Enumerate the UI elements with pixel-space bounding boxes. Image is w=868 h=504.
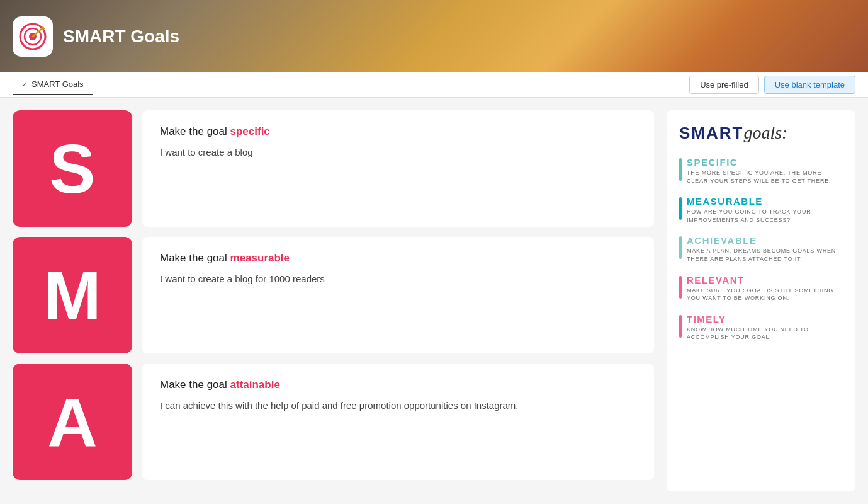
sidebar-bar <box>679 158 682 181</box>
sidebar-bar <box>679 236 682 259</box>
goal-row: SMake the goal specificI want to create … <box>13 110 654 227</box>
header: SMART Goals <box>0 0 868 72</box>
sidebar: SMART goals: SPECIFICTHE MORE SPECIFIC Y… <box>667 110 855 491</box>
sidebar-title-block: SMART goals: <box>679 123 843 143</box>
sidebar-item-timely: TIMELYKNOW HOW MUCH TIME YOU NEED TO ACC… <box>679 311 843 344</box>
tab-smart-goals[interactable]: ✓ SMART Goals <box>13 74 93 95</box>
header-title: SMART Goals <box>63 26 179 47</box>
app-logo <box>13 16 53 57</box>
goal-keyword: attainable <box>230 379 280 391</box>
sidebar-item-content: RELEVANTMAKE SURE YOUR GOAL IS STILL SOM… <box>687 275 843 302</box>
logo-icon <box>19 23 47 50</box>
goal-card-0: Make the goal specificI want to create a… <box>142 110 654 227</box>
pre-filled-button[interactable]: Use pre-filled <box>689 76 759 94</box>
sidebar-bar <box>679 197 682 220</box>
letter-tile-a: A <box>13 364 132 480</box>
goal-card-body: I want to create a blog for 1000 readers <box>160 272 636 287</box>
sidebar-bar <box>679 315 682 338</box>
sidebar-item-achievable: ACHIEVABLEMAKE A PLAN. DREAMS BECOME GOA… <box>679 232 843 265</box>
sidebar-item-title: RELEVANT <box>687 275 843 285</box>
goal-card-title: Make the goal measurable <box>160 252 636 265</box>
sidebar-smart-text: SMART <box>679 123 743 143</box>
goal-card-title: Make the goal attainable <box>160 379 636 391</box>
sidebar-bar <box>679 276 682 299</box>
main-content: SMake the goal specificI want to create … <box>0 98 868 504</box>
goal-row: AMake the goal attainableI can achieve t… <box>13 364 654 480</box>
goals-section: SMake the goal specificI want to create … <box>13 110 654 491</box>
sidebar-item-title: ACHIEVABLE <box>687 235 843 246</box>
tab-check-icon: ✓ <box>21 80 28 89</box>
sidebar-item-content: MEASURABLEHOW ARE YOU GOING TO TRACK YOU… <box>687 196 843 224</box>
sidebar-item-desc: HOW ARE YOU GOING TO TRACK YOUR IMPROVEM… <box>687 208 843 224</box>
goal-keyword: specific <box>230 125 270 137</box>
letter-tile-s: S <box>13 110 132 227</box>
sidebar-item-relevant: RELEVANTMAKE SURE YOUR GOAL IS STILL SOM… <box>679 272 843 305</box>
sidebar-item-measurable: MEASURABLEHOW ARE YOU GOING TO TRACK YOU… <box>679 193 843 226</box>
goal-card-2: Make the goal attainableI can achieve th… <box>142 364 654 480</box>
letter-tile-m: M <box>13 237 132 353</box>
tab-buttons: Use pre-filled Use blank template <box>689 76 855 94</box>
sidebar-item-title: SPECIFIC <box>687 157 843 168</box>
letter-s: S <box>49 134 95 203</box>
goal-card-1: Make the goal measurableI want to create… <box>142 237 654 353</box>
sidebar-item-desc: THE MORE SPECIFIC YOU ARE, THE MORE CLEA… <box>687 169 843 185</box>
tab-label: SMART Goals <box>31 79 84 89</box>
sidebar-item-content: TIMELYKNOW HOW MUCH TIME YOU NEED TO ACC… <box>687 314 843 341</box>
sidebar-item-content: SPECIFICTHE MORE SPECIFIC YOU ARE, THE M… <box>687 157 843 185</box>
blank-template-button[interactable]: Use blank template <box>764 76 855 94</box>
letter-a: A <box>47 387 97 457</box>
sidebar-goals-script: goals: <box>743 123 787 143</box>
goal-card-body: I want to create a blog <box>160 146 636 160</box>
sidebar-item-desc: MAKE A PLAN. DREAMS BECOME GOALS WHEN TH… <box>687 247 843 263</box>
goal-card-title: Make the goal specific <box>160 125 636 138</box>
sidebar-item-content: ACHIEVABLEMAKE A PLAN. DREAMS BECOME GOA… <box>687 235 843 263</box>
goal-keyword: measurable <box>230 252 290 264</box>
sidebar-item-desc: MAKE SURE YOUR GOAL IS STILL SOMETHING Y… <box>687 287 843 302</box>
goal-row: MMake the goal measurableI want to creat… <box>13 237 654 353</box>
sidebar-item-specific: SPECIFICTHE MORE SPECIFIC YOU ARE, THE M… <box>679 154 843 187</box>
tab-bar: ✓ SMART Goals Use pre-filled Use blank t… <box>0 72 868 98</box>
sidebar-item-title: TIMELY <box>687 314 843 324</box>
sidebar-item-title: MEASURABLE <box>687 196 843 207</box>
letter-m: M <box>43 261 101 330</box>
sidebar-item-desc: KNOW HOW MUCH TIME YOU NEED TO ACCOMPLIS… <box>687 326 843 341</box>
goal-card-body: I can achieve this with the help of paid… <box>160 399 636 413</box>
